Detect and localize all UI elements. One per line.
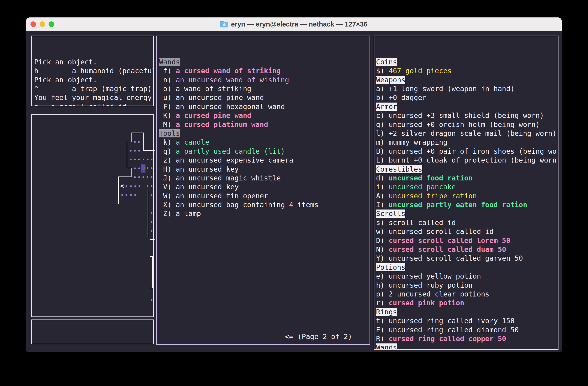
- inventory-item[interactable]: B) uncursed +0 pair of iron shoes (being…: [376, 147, 558, 156]
- item-label: an uncursed bag containing 4 items: [176, 201, 318, 209]
- item-label: a cursed platinum wand: [176, 120, 268, 129]
- item-key: D): [376, 236, 389, 245]
- window-titlebar[interactable]: eryn — eryn@electra — nethack — 127×36: [26, 18, 562, 31]
- menu-section-header: Potions: [376, 263, 558, 272]
- inventory-item[interactable]: L) burnt +0 cloak of protection (being w…: [376, 156, 558, 165]
- menu-section-header: Comestibles: [376, 165, 558, 174]
- map-panel[interactable]: [31, 114, 154, 317]
- menu-item[interactable]: f) a cursed wand of striking: [159, 66, 370, 75]
- menu-item[interactable]: J) an uncursed magic whistle: [159, 174, 370, 183]
- message-line: h a humanoid (peaceful: [34, 66, 153, 75]
- menu-item[interactable]: Z) a lamp: [159, 209, 370, 218]
- item-label: an uncursed key: [176, 183, 239, 191]
- item-label: a lamp: [176, 210, 201, 218]
- item-key: N): [376, 245, 389, 254]
- menu-item[interactable]: H) an uncursed key: [159, 165, 370, 174]
- inventory-item[interactable]: w) uncursed scroll called id: [376, 227, 558, 236]
- item-label: a partly used candle (lit): [176, 147, 285, 155]
- item-label: cursed scroll called duam 50: [389, 245, 506, 254]
- inventory-item[interactable]: h) uncursed ruby potion: [376, 281, 558, 290]
- terminal-content[interactable]: Pick an object.h a humanoid (peacefulPic…: [26, 31, 562, 352]
- menu-section-header: Wands: [159, 58, 370, 66]
- item-key: t): [376, 317, 389, 325]
- item-label: mummy wrapping: [389, 138, 447, 146]
- inventory-item[interactable]: R) cursed ring called copper 50: [376, 334, 558, 343]
- item-label: a cursed pine wand: [176, 111, 251, 120]
- menu-item[interactable]: k) a candle: [159, 138, 370, 147]
- menu-item[interactable]: z) an uncursed expensive camera: [159, 156, 370, 165]
- inventory-item[interactable]: l) +2 silver dragon scale mail (being wo…: [376, 129, 558, 138]
- item-key: u): [159, 93, 176, 102]
- message-line: ^ a trap (magic trap): [34, 85, 153, 93]
- menu-item[interactable]: X) an uncursed bag containing 4 items: [159, 200, 370, 209]
- item-label: an uncursed pine wand: [176, 93, 264, 102]
- item-label: uncursed partly eaten food ration: [389, 201, 527, 209]
- window-title: eryn — eryn@electra — nethack — 127×36: [231, 21, 367, 28]
- inventory-item[interactable]: c) uncursed +3 small shield (being worn): [376, 111, 558, 120]
- item-label: +0 dagger: [389, 93, 426, 102]
- inventory-item[interactable]: A) uncursed tripe ration: [376, 192, 558, 200]
- item-key: V): [159, 183, 176, 191]
- item-label: 2 uncursed clear potions: [389, 290, 489, 298]
- inventory-item[interactable]: s) scroll called id: [376, 218, 558, 227]
- item-key: m): [376, 138, 389, 146]
- menu-item[interactable]: n) an uncursed wand of wishing: [159, 76, 370, 85]
- item-label: +1 long sword (weapon in hand): [389, 85, 515, 93]
- item-label: uncursed +0 orcish helm (being worn): [389, 120, 540, 129]
- menu-item[interactable]: V) an uncursed key: [159, 183, 370, 191]
- menu-item[interactable]: W) an uncursed tin opener: [159, 192, 370, 200]
- message-line: You feel your magical energy: [34, 93, 153, 102]
- menu-section-header: Rings: [376, 308, 558, 317]
- item-label: an uncursed tin opener: [176, 192, 268, 200]
- menu-item[interactable]: F) an uncursed hexagonal wand: [159, 102, 370, 111]
- item-key: J): [159, 174, 176, 182]
- inventory-item[interactable]: E) uncursed ring called diamond 50: [376, 325, 558, 334]
- inventory-menu[interactable]: Coins$) 467 gold piecesWeaponsa) +1 long…: [374, 36, 559, 350]
- message-panel: Pick an object.h a humanoid (peacefulPic…: [31, 36, 154, 106]
- inventory-item[interactable]: I) uncursed partly eaten food ration: [376, 200, 558, 209]
- item-key: g): [376, 120, 389, 129]
- inventory-item[interactable]: D) cursed scroll called lorem 50: [376, 236, 558, 245]
- item-label: uncursed yellow potion: [389, 272, 481, 280]
- inventory-item[interactable]: b) +0 dagger: [376, 93, 558, 102]
- menu-item[interactable]: o) a wand of striking: [159, 85, 370, 93]
- inventory-item[interactable]: e) uncursed yellow potion: [376, 272, 558, 281]
- item-label: an uncursed magic whistle: [176, 174, 281, 182]
- inventory-item[interactable]: p) 2 uncursed clear potions: [376, 290, 558, 299]
- menu-section-header: Scrolls: [376, 209, 558, 218]
- menu-page-indicator[interactable]: <= (Page 2 of 2): [285, 332, 352, 341]
- inventory-page2-menu[interactable]: Wands f) a cursed wand of striking n) an…: [156, 36, 370, 345]
- inventory-item[interactable]: d) uncursed food ration: [376, 174, 558, 183]
- menu-item[interactable]: u) an uncursed pine wand: [159, 93, 370, 102]
- inventory-item[interactable]: $) 467 gold pieces: [376, 66, 558, 75]
- item-label: an uncursed key: [176, 165, 239, 173]
- item-key: F): [159, 103, 176, 111]
- inventory-item[interactable]: g) uncursed +0 orcish helm (being worn): [376, 120, 558, 129]
- inventory-item[interactable]: m) mummy wrapping: [376, 138, 558, 147]
- item-label: uncursed tripe ration: [389, 192, 477, 200]
- menu-section-header: Wands: [376, 343, 558, 350]
- item-key: s): [376, 219, 389, 227]
- menu-item[interactable]: K) a cursed pine wand: [159, 111, 370, 120]
- inventory-item[interactable]: i) uncursed pancake: [376, 183, 558, 191]
- inventory-item[interactable]: t) uncursed ring called ivory 150: [376, 317, 558, 325]
- inventory-item[interactable]: a) +1 long sword (weapon in hand): [376, 85, 558, 93]
- item-key: b): [376, 93, 389, 102]
- item-key: n): [159, 76, 176, 84]
- message-line: Pick an object.: [34, 58, 153, 66]
- menu-item[interactable]: q) a partly used candle (lit): [159, 147, 370, 156]
- inventory-item[interactable]: r) cursed pink potion: [376, 299, 558, 307]
- item-key: E): [376, 326, 389, 334]
- item-label: cursed scroll called lorem 50: [389, 236, 510, 245]
- message-line: Pick an object.: [34, 76, 153, 85]
- item-label: burnt +0 cloak of protection (being worn: [389, 156, 556, 164]
- inventory-item[interactable]: Y) uncursed scroll called garven 50: [376, 254, 558, 263]
- item-label: scroll called id: [389, 219, 456, 227]
- item-label: uncursed +0 pair of iron shoes (being wo: [389, 147, 556, 155]
- inventory-item[interactable]: N) cursed scroll called duam 50: [376, 245, 558, 254]
- menu-section-header: Tools: [159, 129, 370, 138]
- item-label: a cursed wand of striking: [176, 67, 281, 75]
- item-key: W): [159, 192, 176, 200]
- menu-item[interactable]: M) a cursed platinum wand: [159, 120, 370, 129]
- item-key: B): [376, 147, 389, 155]
